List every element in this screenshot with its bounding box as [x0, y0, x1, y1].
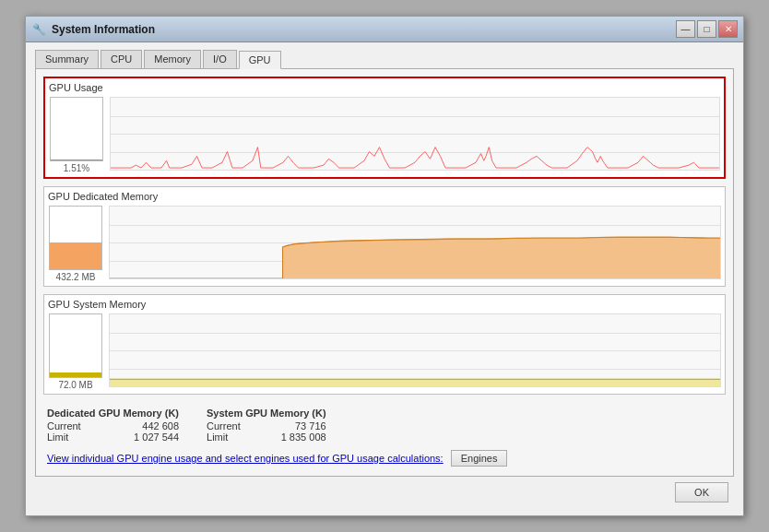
dedicated-stats-group: Dedicated GPU Memory (K) Current 442 608…	[47, 408, 179, 443]
tab-cpu[interactable]: CPU	[101, 50, 142, 68]
svg-marker-0	[283, 237, 720, 278]
close-button[interactable]: ✕	[718, 20, 738, 38]
title-bar: 🔧 System Information — □ ✕	[26, 17, 743, 42]
dedicated-current-label: Current	[47, 420, 98, 432]
gpu-dedicated-inner: 432.2 MB	[48, 206, 721, 282]
content-area: Summary CPU Memory I/O GPU GPU Usage 1.5…	[26, 42, 743, 515]
dedicated-limit-label: Limit	[47, 432, 98, 443]
gpu-dedicated-title: GPU Dedicated Memory	[48, 191, 721, 202]
gpu-usage-gauge: 1.51%	[49, 97, 104, 173]
dedicated-limit-value: 1 027 544	[116, 432, 179, 443]
gpu-usage-label: 1.51%	[64, 163, 89, 173]
engines-link[interactable]: View individual GPU engine usage and sel…	[47, 453, 444, 464]
system-gauge-box	[49, 313, 102, 378]
svg-marker-1	[110, 379, 720, 386]
minimize-button[interactable]: —	[676, 20, 695, 38]
gpu-usage-chart	[110, 97, 720, 171]
tab-bar: Summary CPU Memory I/O GPU	[35, 50, 734, 68]
maximize-button[interactable]: □	[697, 20, 716, 38]
gpu-dedicated-gauge: 432.2 MB	[48, 206, 103, 282]
tab-memory[interactable]: Memory	[144, 50, 201, 68]
tab-summary[interactable]: Summary	[35, 50, 99, 68]
gpu-usage-section: GPU Usage 1.51%	[43, 77, 726, 179]
gpu-system-title: GPU System Memory	[48, 299, 721, 310]
app-icon: 🔧	[31, 22, 46, 37]
engines-button[interactable]: Engines	[451, 450, 508, 467]
gpu-tab-panel: GPU Usage 1.51%	[35, 68, 734, 477]
gpu-gauge-fill	[51, 160, 102, 160]
title-bar-left: 🔧 System Information	[31, 22, 155, 37]
system-chart-svg	[110, 314, 720, 386]
gpu-dedicated-chart	[109, 206, 721, 279]
ok-row: OK	[35, 477, 734, 506]
title-controls: — □ ✕	[676, 20, 738, 38]
gpu-gauge-box	[50, 97, 103, 161]
main-window: 🔧 System Information — □ ✕ Summary CPU M…	[25, 16, 744, 516]
gpu-usage-title: GPU Usage	[49, 82, 720, 93]
dedicated-stats-title: Dedicated GPU Memory (K)	[47, 408, 179, 419]
gpu-chart-svg	[111, 98, 719, 170]
system-current-value: 73 716	[270, 420, 326, 432]
system-current-label: Current	[207, 420, 252, 432]
tab-io[interactable]: I/O	[203, 50, 237, 68]
gpu-system-chart	[109, 313, 721, 387]
gpu-dedicated-section: GPU Dedicated Memory 432.2 MB	[43, 186, 726, 287]
system-stats-title: System GPU Memory (K)	[207, 408, 326, 419]
gpu-usage-inner: 1.51%	[49, 97, 720, 173]
gpu-dedicated-label: 432.2 MB	[56, 272, 96, 282]
ok-button[interactable]: OK	[675, 482, 728, 502]
system-stats-group: System GPU Memory (K) Current 73 716 Lim…	[207, 408, 326, 443]
system-gauge-fill	[50, 372, 101, 377]
gpu-system-section: GPU System Memory 72.0 MB	[43, 294, 726, 395]
gpu-system-gauge: 72.0 MB	[48, 313, 103, 390]
dedicated-chart-svg	[110, 207, 720, 278]
stats-row: Dedicated GPU Memory (K) Current 442 608…	[43, 402, 726, 446]
tab-gpu[interactable]: GPU	[239, 51, 281, 69]
system-limit-label: Limit	[207, 432, 252, 443]
system-limit-value: 1 835 008	[270, 432, 326, 443]
gpu-system-label: 72.0 MB	[58, 380, 92, 390]
dedicated-gauge-fill	[50, 242, 101, 269]
dedicated-current-value: 442 608	[116, 420, 179, 432]
engines-row: View individual GPU engine usage and sel…	[43, 446, 726, 468]
dedicated-gauge-box	[49, 206, 102, 270]
gpu-system-inner: 72.0 MB	[48, 313, 721, 390]
window-title: System Information	[52, 23, 155, 36]
